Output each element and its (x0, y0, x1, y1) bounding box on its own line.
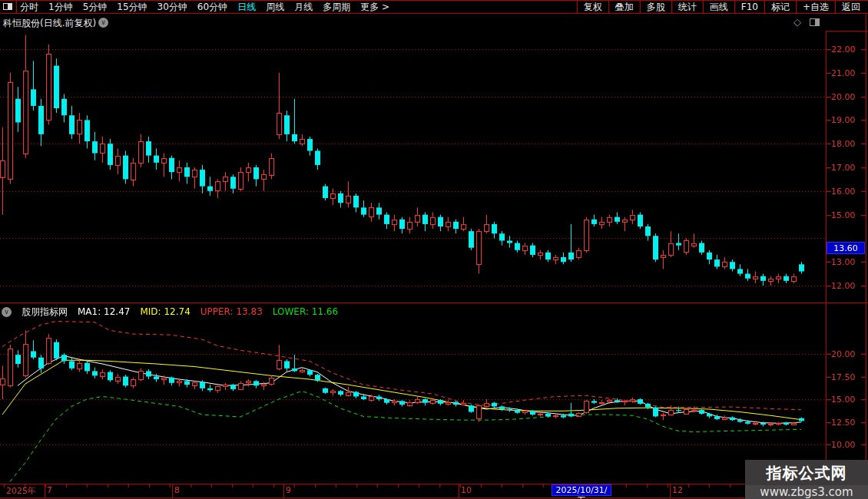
price-axis-label: 17.50 (831, 372, 863, 382)
axis-minor-tick (170, 484, 171, 487)
last-price-badge: 13.60 (827, 242, 865, 254)
axis-tick (827, 120, 831, 121)
axis-tick (827, 144, 831, 144)
price-axis-label: 20.00 (831, 92, 863, 102)
axis-tick (827, 377, 831, 378)
tools-menu-item[interactable]: 画线 (703, 1, 734, 13)
axis-tick (827, 444, 831, 445)
axis-tick (827, 49, 831, 50)
period-menu-item[interactable]: 60分钟 (197, 1, 227, 13)
tools-menu-item[interactable]: 复权 (577, 1, 608, 13)
price-axis-label: 15.00 (831, 210, 863, 220)
axis-month-divider (459, 484, 459, 497)
tools-menu-item[interactable]: 返回 (835, 1, 866, 13)
indicator-value-ma1: MA1: 12.47 (78, 306, 130, 317)
period-menu-item[interactable]: 周线 (266, 1, 284, 13)
price-axis-label: 21.00 (831, 68, 863, 78)
price-axis-label: 13.00 (831, 257, 863, 267)
axis-tick (827, 215, 831, 216)
main-candlestick-chart[interactable] (0, 31, 826, 304)
axis-tick (827, 167, 831, 168)
axis-minor-tick (522, 484, 523, 487)
split-pane-icon (3, 3, 12, 10)
chevron-down-circle-icon[interactable]: ∨ (2, 307, 12, 317)
period-menu-item[interactable]: 分时 (20, 1, 38, 13)
axis-minor-tick (543, 484, 544, 487)
time-axis[interactable]: 2025年 7891012 2025/10/31/五 (0, 484, 868, 497)
period-menu-item[interactable]: 更多 > (360, 1, 389, 13)
axis-minor-tick (108, 484, 108, 487)
axis-tick (827, 286, 831, 286)
axis-year-label: 2025年 (6, 485, 36, 497)
axis-minor-tick (315, 484, 316, 487)
tools-menu: 复权叠加多股统计画线F10标记+自选返回 (577, 1, 866, 13)
period-menu-item[interactable]: 30分钟 (157, 1, 187, 13)
watermark-url: www.zbgs3.com (745, 485, 868, 499)
title-bar: 科恒股份(日线.前复权) ∨ ◇ (0, 14, 868, 31)
axis-minor-tick (253, 484, 253, 487)
axis-month-label: 9 (286, 485, 291, 495)
indicator-value-lower: LOWER: 11.66 (273, 306, 338, 317)
axis-top-border (0, 484, 868, 484)
tools-menu-item[interactable]: 多股 (640, 1, 671, 13)
layout-pane-button[interactable] (0, 1, 17, 13)
axis-minor-tick (273, 484, 274, 487)
axis-minor-tick (232, 484, 233, 487)
axis-minor-tick (730, 484, 731, 487)
axis-minor-tick (626, 484, 627, 487)
axis-tick (861, 191, 866, 192)
axis-tick (827, 422, 831, 423)
axis-tick (861, 444, 866, 445)
axis-bottom-border (0, 497, 868, 498)
tools-menu-item[interactable]: 叠加 (608, 1, 640, 13)
tools-menu-item[interactable]: F10 (734, 1, 764, 13)
period-menu: 分时1分钟5分钟15分钟30分钟60分钟日线周线月线多周期更多 > (20, 1, 389, 13)
price-axis-label: 16.00 (831, 187, 863, 197)
axis-minor-tick (356, 484, 357, 487)
trading-app-window: 分时1分钟5分钟15分钟30分钟60分钟日线周线月线多周期更多 > 复权叠加多股… (0, 0, 868, 499)
axis-tick (827, 97, 831, 97)
axis-minor-tick (688, 484, 689, 487)
frame-line (826, 31, 868, 31)
axis-tick (861, 215, 866, 216)
axis-minor-tick (647, 484, 648, 487)
axis-minor-tick (439, 484, 440, 487)
indicator-name[interactable]: 股朋指标网 (22, 306, 68, 319)
split-pane-icon[interactable] (810, 18, 820, 26)
diamond-icon[interactable]: ◇ (793, 17, 801, 28)
axis-minor-tick (460, 484, 461, 487)
axis-minor-tick (45, 484, 46, 487)
watermark-site-name: 指标公式网 (745, 460, 868, 485)
axis-tick (861, 262, 866, 263)
price-axis-label: 22.00 (831, 45, 863, 55)
period-menu-item[interactable]: 多周期 (323, 1, 350, 13)
axis-minor-tick (336, 484, 336, 487)
axis-tick (827, 399, 831, 400)
price-axis-label: 18.00 (831, 139, 863, 149)
period-menu-item[interactable]: 15分钟 (117, 1, 147, 13)
axis-tick (861, 49, 866, 50)
tools-menu-item[interactable]: 标记 (764, 1, 796, 13)
period-menu-item[interactable]: 5分钟 (83, 1, 108, 13)
period-menu-item[interactable]: 日线 (237, 1, 256, 13)
tools-menu-item[interactable]: +自选 (796, 1, 835, 13)
axis-tick (827, 262, 831, 263)
price-axis-label: 12.50 (831, 418, 863, 428)
price-axis-label: 17.00 (831, 163, 863, 173)
indicator-band-chart[interactable] (0, 305, 826, 484)
axis-minor-tick (294, 484, 295, 487)
axis-month-label: 12 (672, 485, 683, 495)
tools-menu-item[interactable]: 统计 (671, 1, 703, 13)
axis-month-label: 7 (47, 485, 52, 495)
panel-separator[interactable] (0, 302, 868, 303)
axis-minor-tick (128, 484, 129, 487)
period-menu-item[interactable]: 1分钟 (48, 1, 73, 13)
price-axis-label: 12.00 (831, 281, 863, 291)
period-menu-item[interactable]: 月线 (294, 1, 313, 13)
axis-minor-tick (481, 484, 482, 487)
axis-tick (827, 354, 831, 355)
chevron-down-circle-icon[interactable]: ∨ (98, 18, 108, 28)
top-menu-bar: 分时1分钟5分钟15分钟30分钟60分钟日线周线月线多周期更多 > 复权叠加多股… (0, 0, 868, 14)
axis-tick (861, 97, 866, 97)
axis-minor-tick (66, 484, 67, 487)
